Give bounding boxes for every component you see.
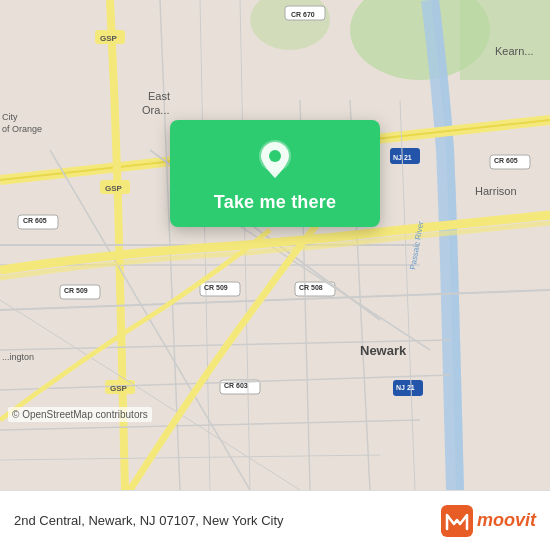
svg-text:East: East <box>148 90 170 102</box>
take-me-there-button[interactable]: Take me there <box>214 192 336 213</box>
location-card[interactable]: Take me there <box>170 120 380 227</box>
svg-text:NJ 21: NJ 21 <box>396 384 415 391</box>
moovit-logo: moovit <box>441 505 536 537</box>
svg-text:CR 509: CR 509 <box>64 287 88 294</box>
svg-text:CR 605: CR 605 <box>494 157 518 164</box>
svg-text:City: City <box>2 112 18 122</box>
svg-text:Newark: Newark <box>360 343 407 358</box>
bottom-bar: 2nd Central, Newark, NJ 07107, New York … <box>0 490 550 550</box>
svg-text:CR 508: CR 508 <box>299 284 323 291</box>
svg-text:Harrison: Harrison <box>475 185 517 197</box>
svg-text:GSP: GSP <box>105 184 123 193</box>
svg-text:of Orange: of Orange <box>2 124 42 134</box>
svg-text:Kearn...: Kearn... <box>495 45 534 57</box>
svg-point-57 <box>269 150 281 162</box>
svg-text:GSP: GSP <box>100 34 118 43</box>
svg-text:CR 603: CR 603 <box>224 382 248 389</box>
moovit-logo-icon <box>441 505 473 537</box>
svg-text:Ora...: Ora... <box>142 104 170 116</box>
svg-text:CR 670: CR 670 <box>291 11 315 18</box>
map-pin-icon <box>253 138 297 182</box>
svg-text:...ington: ...ington <box>2 352 34 362</box>
osm-attribution: © OpenStreetMap contributors <box>8 407 152 422</box>
svg-text:NJ 21: NJ 21 <box>393 154 412 161</box>
svg-text:GSP: GSP <box>110 384 128 393</box>
svg-text:CR 605: CR 605 <box>23 217 47 224</box>
svg-rect-2 <box>460 0 550 80</box>
map-container: Harrison Newark East Ora... City of Oran… <box>0 0 550 490</box>
svg-text:CR 509: CR 509 <box>204 284 228 291</box>
moovit-text: moovit <box>477 510 536 531</box>
address-text: 2nd Central, Newark, NJ 07107, New York … <box>14 513 441 528</box>
